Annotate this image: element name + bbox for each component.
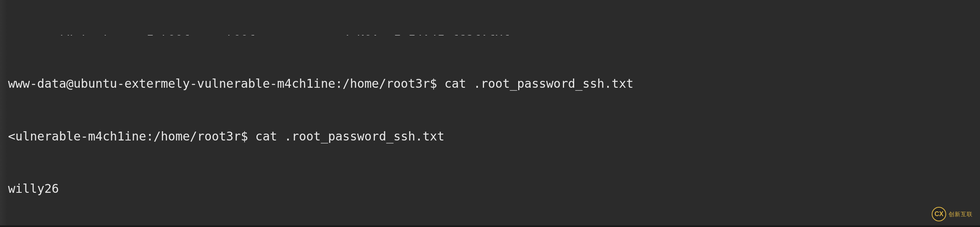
partial-scrolled-line: -rw-r--r-- 1 root root 4 Nov 1 14:41 tes… xyxy=(8,35,972,40)
watermark-logo-icon: CX xyxy=(932,207,946,221)
partial-line-text: -rw-r--r-- 1 root root 4 Nov 1 14:41 tes… xyxy=(37,35,510,40)
terminal-line: www-data@ubuntu-extermely-vulnerable-m4c… xyxy=(8,75,972,93)
terminal-line: willy26 xyxy=(8,180,972,198)
window-bottom-edge xyxy=(0,225,980,227)
terminal-output[interactable]: -rw-r--r-- 1 root root 4 Nov 1 14:41 tes… xyxy=(8,0,972,227)
watermark-icon-text: CX xyxy=(935,209,943,219)
watermark: CX 创新互联 xyxy=(932,207,973,221)
watermark-label: 创新互联 xyxy=(949,210,973,218)
window-left-edge xyxy=(0,0,7,227)
terminal-line: <ulnerable-m4ch1ine:/home/root3r$ cat .r… xyxy=(8,128,972,145)
